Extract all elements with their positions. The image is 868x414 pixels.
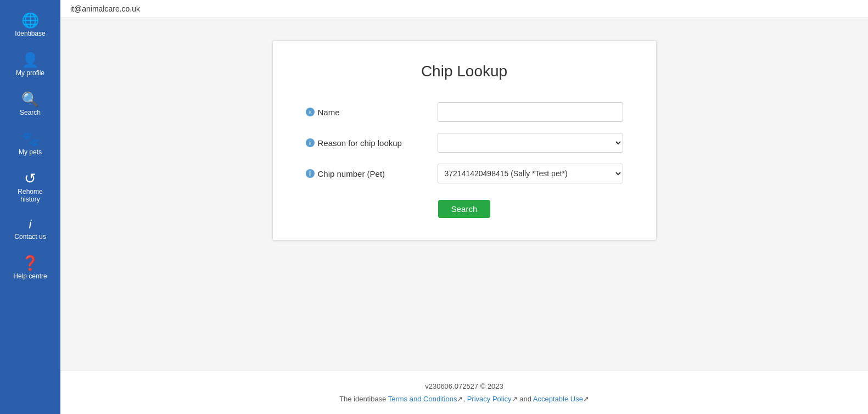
footer: v230606.072527 © 2023 The identibase Ter…: [60, 371, 868, 414]
search-icon: 🔍: [21, 92, 39, 107]
sidebar-label-rehome-history: Rehomehistory: [18, 188, 42, 203]
footer-and: and: [519, 395, 531, 403]
sidebar-item-search[interactable]: 🔍 Search: [0, 85, 60, 124]
chip-row: i Chip number (Pet) 372141420498415 (Sal…: [306, 164, 623, 183]
help-icon: ❓: [21, 256, 39, 270]
reason-select[interactable]: [438, 133, 623, 153]
chip-lookup-card: Chip Lookup i Name i Reason for chip loo…: [272, 40, 657, 240]
form-actions: Search: [306, 200, 623, 218]
acceptable-use-link[interactable]: Acceptable Use: [533, 395, 583, 403]
main-content: Chip Lookup i Name i Reason for chip loo…: [60, 18, 868, 371]
name-input[interactable]: [438, 102, 623, 122]
sidebar-item-my-profile[interactable]: 👤 My profile: [0, 45, 60, 85]
chip-info-icon: i: [306, 169, 315, 178]
rehome-icon: ↺: [24, 171, 36, 186]
sidebar-item-help-centre[interactable]: ❓ Help centre: [0, 248, 60, 288]
name-row: i Name: [306, 102, 623, 122]
name-label: i Name: [306, 108, 438, 117]
sidebar-item-rehome-history[interactable]: ↺ Rehomehistory: [0, 164, 60, 211]
sidebar-label-identibase: Identibase: [15, 30, 45, 37]
globe-icon: 🌐: [21, 13, 39, 27]
sidebar-label-my-pets: My pets: [19, 148, 42, 156]
user-icon: 👤: [21, 53, 39, 67]
sidebar-item-identibase[interactable]: 🌐 Identibase: [0, 5, 60, 45]
footer-version: v230606.072527 © 2023: [71, 382, 857, 390]
paw-icon: 🐾: [21, 132, 39, 146]
reason-label: i Reason for chip lookup: [306, 138, 438, 148]
footer-prefix: The identibase: [339, 395, 386, 403]
info-icon: i: [29, 219, 32, 231]
reason-row: i Reason for chip lookup: [306, 133, 623, 153]
sidebar-label-search: Search: [20, 109, 41, 116]
reason-info-icon: i: [306, 138, 315, 147]
card-title: Chip Lookup: [306, 63, 623, 80]
search-button[interactable]: Search: [438, 200, 491, 218]
privacy-link[interactable]: Privacy Policy: [467, 395, 512, 403]
user-email: it@animalcare.co.uk: [70, 4, 140, 13]
sidebar: 🌐 Identibase 👤 My profile 🔍 Search 🐾 My …: [0, 0, 60, 414]
sidebar-label-help-centre: Help centre: [13, 272, 47, 280]
sidebar-item-contact-us[interactable]: i Contact us: [0, 211, 60, 248]
sidebar-item-my-pets[interactable]: 🐾 My pets: [0, 124, 60, 164]
sidebar-label-my-profile: My profile: [16, 69, 44, 77]
terms-link[interactable]: Terms and Conditions: [388, 395, 457, 403]
footer-links: The identibase Terms and Conditions↗, Pr…: [71, 395, 857, 403]
chip-label: i Chip number (Pet): [306, 169, 438, 178]
name-info-icon: i: [306, 108, 315, 116]
header-bar: it@animalcare.co.uk: [0, 0, 868, 18]
chip-select[interactable]: 372141420498415 (Sally *Test pet*): [438, 164, 623, 183]
sidebar-label-contact-us: Contact us: [14, 233, 46, 240]
